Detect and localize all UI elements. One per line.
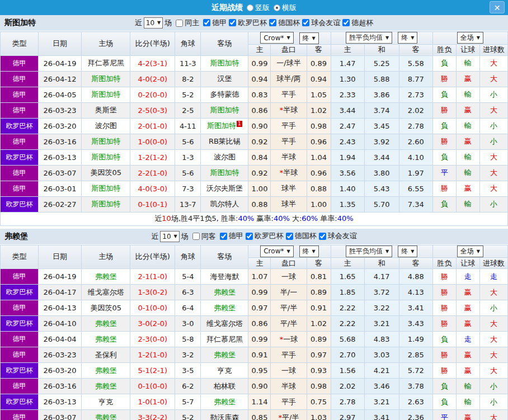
wdl-avg-group-header: 胜平负均值▼终▼ — [331, 32, 432, 45]
col-header-away: 客场 — [201, 245, 248, 269]
match-score: 0-1(0-0) — [130, 300, 175, 316]
league-checkbox-label[interactable]: 球会友谊 — [300, 18, 340, 28]
handicap-line: *半球 — [271, 102, 307, 118]
league-label: 德国杯 — [295, 231, 317, 241]
league-checkbox[interactable] — [246, 233, 253, 240]
result-wdl: 勝 — [432, 71, 456, 87]
chevron-down-icon: ▼ — [174, 232, 177, 242]
corner-count: 7-3 — [175, 181, 201, 196]
result-handicap: 輸 — [456, 196, 479, 212]
match-type-badge: 欧罗巴杯 — [1, 316, 39, 332]
same-venue-checkbox-label[interactable]: 同客 — [190, 232, 216, 242]
away-team: 多特蒙德 — [201, 87, 248, 102]
result-wdl: 負 — [432, 332, 456, 347]
result-handicap: 輸 — [456, 165, 479, 181]
radio-checked-icon[interactable] — [274, 4, 280, 11]
wdl-final-select[interactable]: 终▼ — [398, 32, 417, 44]
league-checkbox[interactable] — [319, 233, 326, 240]
layout-horizontal-option[interactable]: 横版 — [274, 3, 297, 13]
odds-company-select[interactable]: Crow*▼ — [260, 32, 293, 44]
win-odds: 1.85 — [331, 285, 364, 300]
sub-header-goals: 进球数 — [479, 258, 507, 269]
match-type-badge: 德甲 — [1, 379, 39, 394]
col-header-home: 主场 — [82, 245, 130, 269]
odds-final-select[interactable]: 终▼ — [299, 246, 319, 257]
match-row: 欧罗巴杯26-03-13斯图加特1-2(1-2)1-3波尔图0.84半球1.04… — [1, 149, 508, 165]
league-checkbox[interactable] — [342, 19, 350, 26]
match-row: 欧罗巴杯26-03-13亨克1-0(1-0)5-7弗赖堡1.14平手0.752.… — [1, 394, 508, 410]
team-section-2: 弗赖堡 近 10 ▼ 场 同客 德甲欧罗巴杯德国杯球会友谊 类型 日期 主场 — [0, 229, 508, 420]
league-checkbox-label[interactable]: 德国杯 — [267, 18, 300, 28]
corner-count: 3-0 — [175, 316, 201, 332]
match-row: 德甲26-03-07弗赖堡3-3(2-2)5-2勒沃库森0.85*平/半1.03… — [1, 410, 508, 420]
league-checkbox-label[interactable]: 球会友谊 — [317, 231, 357, 241]
layout-vertical-option[interactable]: 竖版 — [247, 3, 270, 13]
chevron-down-icon: ▼ — [411, 249, 414, 254]
close-button[interactable]: ✕ — [490, 1, 505, 13]
match-row: 欧罗巴杯26-04-17维戈塞尔塔1-3(0-2)6-3弗赖堡0.99半/一0.… — [1, 285, 508, 300]
radio-unchecked-icon[interactable] — [247, 4, 253, 11]
league-checkbox-label[interactable]: 德超杯 — [340, 18, 373, 28]
draw-odds: 5.88 — [364, 71, 399, 87]
odds-company-select[interactable]: Crow*▼ — [260, 246, 293, 257]
win-odds: 1.40 — [331, 181, 364, 196]
league-checkbox-label[interactable]: 德国杯 — [284, 231, 317, 241]
handicap-line: 一球 — [271, 363, 307, 379]
match-count-select[interactable]: 10 ▼ — [144, 17, 163, 29]
match-type-badge: 德甲 — [1, 181, 39, 196]
lose-odds: 2.60 — [399, 134, 432, 149]
result-goals: 小 — [479, 379, 507, 394]
league-checkbox[interactable] — [302, 19, 309, 26]
draw-odds: 5.43 — [364, 181, 399, 196]
wdl-avg-select[interactable]: 胜平负均值▼ — [346, 246, 392, 257]
scope-select[interactable]: 全场▼ — [457, 246, 483, 257]
handicap-home-odds: 1.00 — [248, 181, 271, 196]
sub-header-draw: 和 — [364, 44, 399, 55]
league-checkbox-label[interactable]: 德甲 — [201, 18, 227, 28]
match-date: 26-04-13 — [39, 300, 82, 316]
home-team: 斯图加特 — [82, 71, 130, 87]
match-score: 1-3(0-2) — [130, 285, 175, 300]
same-venue-checkbox[interactable] — [176, 20, 183, 27]
match-count-select[interactable]: 10 ▼ — [160, 231, 179, 242]
league-checkbox-label[interactable]: 欧罗巴杯 — [243, 231, 284, 241]
league-checkbox-label[interactable]: 德甲 — [218, 231, 243, 241]
odds-final-select[interactable]: 终▼ — [299, 32, 319, 44]
league-filters: 德甲欧罗巴杯德国杯球会友谊 — [218, 231, 357, 242]
league-checkbox[interactable] — [203, 19, 210, 26]
col-header-date: 日期 — [39, 245, 82, 269]
match-date: 26-02-27 — [39, 196, 82, 212]
wdl-avg-select[interactable]: 胜平负均值▼ — [346, 32, 392, 44]
league-checkbox[interactable] — [220, 233, 227, 240]
result-wdl: 勝 — [432, 181, 456, 196]
handicap-home-odds: 0.85 — [248, 410, 271, 420]
team-name: 斯图加特 — [4, 18, 36, 28]
handicap-line: 半球 — [271, 379, 307, 394]
result-goals: 大 — [479, 71, 507, 87]
match-score: 2-1(1-0) — [130, 269, 175, 285]
lose-odds: 3.43 — [399, 316, 432, 332]
scope-select[interactable]: 全场▼ — [457, 32, 483, 44]
corner-count: 5-8 — [175, 332, 201, 347]
match-date: 26-04-19 — [39, 55, 82, 71]
corner-count: 3-2 — [175, 347, 201, 363]
away-team: 波尔图 — [201, 149, 248, 165]
home-team: 斯图加特 — [82, 181, 130, 196]
handicap-home-odds: 0.84 — [248, 149, 271, 165]
match-date: 26-03-23 — [39, 347, 82, 363]
match-score: 0-2(0-0) — [130, 87, 175, 102]
lose-odds: 1.49 — [399, 332, 432, 347]
same-venue-checkbox-label[interactable]: 同主 — [173, 18, 199, 28]
match-date: 26-03-01 — [39, 181, 82, 196]
league-checkbox-label[interactable]: 欧罗巴杯 — [227, 18, 267, 28]
result-wdl: 負 — [432, 394, 456, 410]
handicap-away-odds: 1.02 — [307, 102, 331, 118]
league-checkbox[interactable] — [269, 19, 276, 26]
league-checkbox[interactable] — [286, 233, 293, 240]
wdl-final-select[interactable]: 终▼ — [398, 246, 417, 257]
league-checkbox[interactable] — [229, 19, 236, 26]
handicap-home-odds: 0.92 — [248, 165, 271, 181]
same-venue-checkbox[interactable] — [192, 233, 200, 240]
sub-header-win: 主 — [331, 44, 364, 55]
matches-table-2: 类型 日期 主场 比分(半场) 角球 客场 Crow*▼终▼ 胜平负均值▼终▼ … — [0, 245, 508, 420]
